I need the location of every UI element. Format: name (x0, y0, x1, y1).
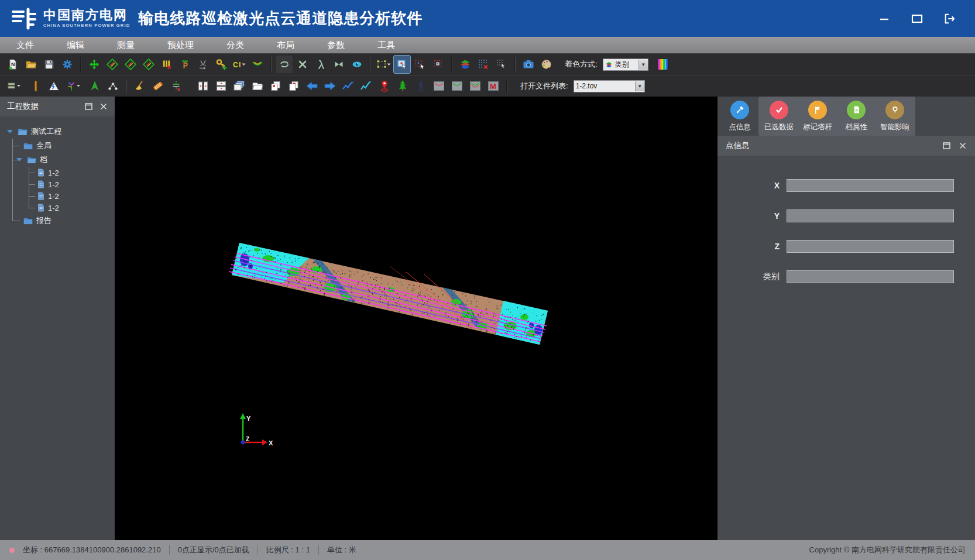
menu-layout[interactable]: 布局 (260, 37, 311, 53)
y-field-input[interactable] (787, 209, 954, 222)
tree-node-label: 测试工程 (31, 126, 61, 137)
polyline-blue-button[interactable] (340, 77, 356, 95)
direction-arrow-icon (88, 80, 101, 92)
tree-guide-line (29, 184, 35, 185)
exit-button[interactable] (943, 12, 956, 25)
grid-select-button[interactable] (493, 56, 510, 73)
tree-node-label: 1-2 (48, 204, 59, 212)
category-field-input[interactable] (787, 270, 954, 283)
select-box-button[interactable] (394, 56, 410, 73)
menu-tools[interactable]: 工具 (361, 37, 411, 53)
tab-point-info[interactable]: 点信息 (721, 97, 758, 136)
rows-dropdown-button[interactable] (5, 77, 26, 95)
ruler-stick-button[interactable] (28, 77, 44, 95)
next-button[interactable] (322, 77, 338, 95)
tree-node-label: 1-2 (48, 180, 59, 189)
classify-diamond-2-button[interactable] (122, 56, 139, 73)
visibility-button[interactable] (349, 56, 365, 73)
chevron-down-icon[interactable]: ▼ (635, 81, 644, 91)
point-info-fields: X Y Z 类别 (717, 156, 975, 301)
key-add-button[interactable] (213, 56, 229, 73)
location-pin-button[interactable] (376, 77, 393, 95)
grid-delete-button[interactable] (475, 56, 492, 73)
cascade-windows-button[interactable] (231, 77, 248, 95)
marker-m-button[interactable]: M (485, 77, 502, 95)
menu-measure[interactable]: 测量 (101, 37, 151, 53)
hazard-triangle-button[interactable] (46, 77, 62, 95)
clean-broom-button[interactable] (132, 77, 148, 95)
tab-smart-impact[interactable]: 智能影响 (876, 97, 914, 136)
folder-view-button[interactable] (249, 77, 266, 95)
palette-button[interactable] (538, 56, 555, 73)
class-layers-icon (459, 58, 472, 71)
maximize-button[interactable] (911, 12, 923, 25)
viewport-3d[interactable]: Y X Z (115, 97, 717, 540)
polyline-cyan-button[interactable] (358, 77, 375, 95)
ci-dropdown-button[interactable]: CI (231, 56, 248, 73)
tree-guide-line (12, 221, 20, 221)
z-field-input[interactable] (787, 240, 954, 253)
tab-span-properties[interactable]: 档属性 (837, 97, 876, 136)
tree-node-project[interactable]: 测试工程 (0, 125, 115, 139)
toolbar-separator (126, 79, 127, 93)
branch-dropdown-button[interactable] (64, 77, 85, 95)
tab-selected-data[interactable]: 已选数据 (760, 97, 798, 136)
section-divider-button[interactable] (168, 77, 184, 95)
open-file-list-combobox[interactable]: 1-2.tov ▼ (574, 80, 645, 92)
panel-close-button[interactable] (959, 142, 967, 150)
panel-float-button[interactable] (84, 102, 92, 111)
classify-diamond-1-button[interactable] (104, 56, 121, 73)
catenary-button[interactable] (249, 56, 266, 73)
open-project-button[interactable] (23, 56, 39, 73)
tree-node-span-file[interactable]: 1-2 (0, 178, 115, 190)
copy-view-back-button[interactable] (286, 77, 302, 95)
span-red-curve-button[interactable] (431, 77, 447, 95)
cross-delete-button[interactable] (294, 56, 311, 73)
span-mixed-curve-button[interactable] (467, 77, 483, 95)
menu-edit[interactable]: 编辑 (50, 37, 101, 53)
tree-node-span-file[interactable]: 1-2 (0, 202, 115, 214)
menu-classify[interactable]: 分类 (210, 37, 260, 53)
angle-measure-button[interactable] (195, 56, 211, 73)
select-rect-dropdown-button[interactable] (376, 56, 392, 73)
save-button[interactable] (41, 56, 57, 73)
menu-preprocess[interactable]: 预处理 (151, 37, 210, 53)
node-network-button[interactable] (105, 77, 121, 95)
previous-button[interactable] (304, 77, 320, 95)
panel-close-button[interactable] (99, 102, 108, 111)
split-horizontal-button[interactable] (213, 77, 229, 95)
select-point-button[interactable] (430, 56, 447, 73)
tree-node-span-file[interactable]: 1-2 (0, 190, 115, 202)
select-polygon-button[interactable] (412, 56, 428, 73)
transmission-tower-button[interactable] (413, 77, 429, 95)
classify-diamond-3-button[interactable] (140, 56, 157, 73)
tower-lambda-button[interactable] (313, 56, 329, 73)
settings-button[interactable] (59, 56, 75, 73)
menu-file[interactable]: 文件 (0, 37, 50, 53)
expander-down-icon[interactable] (7, 130, 13, 133)
swap-cross-button[interactable] (331, 56, 347, 73)
menu-parameters[interactable]: 参数 (311, 37, 361, 53)
tab-mark-tower[interactable]: 标记塔杆 (798, 97, 837, 136)
panel-float-button[interactable] (942, 142, 950, 150)
tree-button[interactable] (394, 77, 411, 95)
move-button[interactable] (86, 56, 102, 73)
rotate-button[interactable] (276, 56, 293, 73)
delete-bars-button[interactable] (159, 56, 175, 73)
coloring-mode-combobox[interactable]: 类别 ▼ (603, 59, 648, 71)
chevron-down-icon[interactable]: ▼ (638, 60, 648, 70)
direction-arrow-button[interactable] (87, 77, 103, 95)
color-ramp-button[interactable] (655, 56, 671, 73)
minimize-button[interactable] (878, 12, 891, 25)
x-field-input[interactable] (787, 179, 954, 192)
new-file-button[interactable]: N (5, 56, 21, 73)
comb-brush-button[interactable] (150, 77, 166, 95)
tree-node-span-file[interactable]: 1-2 (0, 167, 115, 178)
split-vertical-button[interactable] (195, 77, 211, 95)
copy-view-front-button[interactable] (267, 77, 284, 95)
profile-measure-button[interactable] (177, 56, 193, 73)
snapshot-button[interactable] (520, 56, 537, 73)
class-layers-button[interactable] (457, 56, 473, 73)
span-green-curve-button[interactable] (449, 77, 465, 95)
file-icon (37, 180, 44, 188)
